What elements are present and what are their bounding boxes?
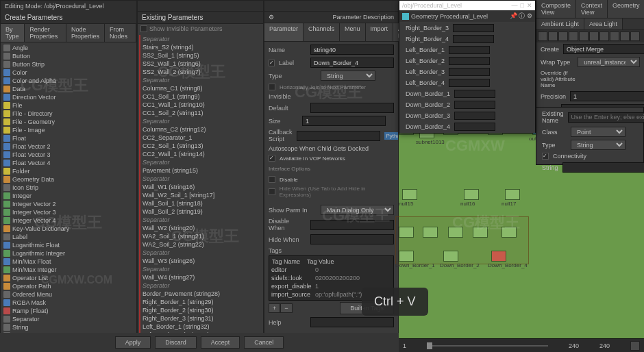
float-controls[interactable]: —□✕ xyxy=(512,2,532,9)
existing-item[interactable]: Wall_W2_Soil_1 [string17] xyxy=(139,191,262,199)
existing-item[interactable]: Separator xyxy=(139,175,262,183)
class-select[interactable]: Point xyxy=(571,127,626,137)
type-item[interactable]: RGBA Mask xyxy=(2,299,135,307)
type-item[interactable]: Separator xyxy=(2,315,135,323)
discard-button[interactable]: Discard xyxy=(155,336,197,349)
existing-item[interactable]: Separator xyxy=(139,35,262,43)
show-invisible-checkbox[interactable] xyxy=(140,25,147,32)
type-item[interactable]: Label xyxy=(2,233,135,241)
existing-item[interactable]: SS2_Wall_2 (string7) xyxy=(139,68,262,76)
right-tab[interactable]: Composite View xyxy=(536,0,576,18)
create-tab[interactable]: Node Properties xyxy=(66,24,105,42)
name-input[interactable] xyxy=(310,45,394,55)
type-item[interactable]: Direction Vector xyxy=(2,93,135,101)
graph-node[interactable] xyxy=(448,227,463,238)
existing-item[interactable]: Separator xyxy=(139,265,262,273)
existing-item[interactable]: Right_Border_3 (string31) xyxy=(139,314,262,323)
show-parm-select[interactable]: Main Dialog Only xyxy=(321,205,394,215)
type-item[interactable]: Color and Alpha xyxy=(2,77,135,85)
label-checkbox[interactable] xyxy=(269,60,275,66)
existing-item[interactable]: Stairs_S2 (string4) xyxy=(139,43,262,51)
horiz-join-checkbox[interactable] xyxy=(269,84,275,90)
play-icon[interactable] xyxy=(630,341,640,351)
callback-input[interactable] xyxy=(297,131,380,141)
existing-item[interactable]: CC2_Soil_1 (string13) xyxy=(139,142,262,150)
type-item[interactable]: Integer xyxy=(2,192,135,200)
existing-item[interactable]: Wall_W2 (string20) xyxy=(139,224,262,232)
float-item[interactable]: Left_Border_2 xyxy=(400,55,534,66)
existing-item[interactable]: Wall_Soil_2 (string19) xyxy=(139,208,262,216)
cancel-button[interactable]: Cancel xyxy=(244,336,284,349)
type-item[interactable]: Ordered Menu xyxy=(2,290,135,299)
type-select[interactable]: String xyxy=(321,71,375,81)
existing-item[interactable]: Separator xyxy=(139,281,262,290)
type-item[interactable]: Float Vector 3 xyxy=(2,151,135,159)
desc-tab[interactable]: Menu xyxy=(340,23,366,41)
mini-toolbar[interactable] xyxy=(536,30,644,42)
conn-checkbox[interactable] xyxy=(542,153,549,160)
existing-item[interactable]: Separator xyxy=(139,249,262,257)
type-item[interactable]: File - Image xyxy=(2,126,135,134)
existing-item[interactable]: Pavement (string15) xyxy=(139,166,262,175)
type-item[interactable]: File - Directory xyxy=(2,110,135,118)
create-tab[interactable]: Render Properties xyxy=(25,24,66,42)
float-item[interactable]: Down_Border_4 xyxy=(400,121,534,132)
existing-item[interactable]: Wall_W1 (string16) xyxy=(139,183,262,191)
label-input[interactable] xyxy=(310,58,394,68)
existing-item[interactable]: Wall_Soil_1 (string18) xyxy=(139,199,262,208)
graph-node[interactable] xyxy=(505,189,520,200)
existing-item[interactable]: Columns_C2 (string12) xyxy=(139,125,262,134)
string-input[interactable] xyxy=(562,162,644,173)
type-item[interactable]: Button Strip xyxy=(2,60,135,68)
type-item[interactable]: String xyxy=(2,323,135,331)
existing-item[interactable]: WA2_Soil_2 (string22) xyxy=(139,240,262,249)
float-item[interactable]: Left_Border_3 xyxy=(400,66,534,77)
float-item[interactable]: Down_Border_3 xyxy=(400,110,534,121)
existing-item[interactable]: CC1_Wall_1 (string10) xyxy=(139,101,262,109)
create-input[interactable] xyxy=(563,44,644,54)
existing-item[interactable]: Separator xyxy=(139,76,262,84)
avail-checkbox[interactable] xyxy=(269,155,275,162)
existing-item[interactable]: Wall_W4 (string27) xyxy=(139,273,262,281)
graph-node[interactable] xyxy=(402,189,417,200)
right-subtab[interactable]: Ambient Light xyxy=(536,18,584,29)
type-item[interactable]: Logarithmic Float xyxy=(2,241,135,249)
type-item[interactable]: Angle xyxy=(2,44,135,52)
existing-item[interactable]: Right_Border_1 (string29) xyxy=(139,298,262,306)
accept-button[interactable]: Accept xyxy=(201,336,240,349)
size-input[interactable] xyxy=(302,116,386,126)
type-item[interactable]: Float Vector 2 xyxy=(2,142,135,151)
type-item[interactable]: Integer Vector 4 xyxy=(2,216,135,225)
timeline[interactable]: 1 240 240 xyxy=(399,338,644,352)
type-item[interactable]: Float Vector 4 xyxy=(2,159,135,167)
help-input[interactable] xyxy=(310,317,394,327)
float-item[interactable]: Left_Border_4 xyxy=(400,77,534,88)
existing-item[interactable]: Separator xyxy=(139,158,262,166)
type-item[interactable]: Logarithmic Integer xyxy=(2,249,135,257)
existing-item[interactable]: SS2_Soil_1 (string5) xyxy=(139,51,262,60)
existing-item[interactable]: Left_Border_1 (string32) xyxy=(139,323,262,331)
type-item[interactable]: Button xyxy=(2,52,135,60)
type-item[interactable]: Integer Vector 3 xyxy=(2,208,135,216)
create-tab[interactable]: From Nodes xyxy=(105,24,136,42)
desc-tab[interactable]: Parameter xyxy=(264,23,304,41)
apply-button[interactable]: Apply xyxy=(115,336,151,349)
float-item[interactable]: Left_Border_1 xyxy=(400,45,534,55)
existing-item[interactable]: CC2_Wall_1 (string14) xyxy=(139,150,262,158)
type-item[interactable]: Float xyxy=(2,134,135,142)
graph-node[interactable] xyxy=(473,227,488,238)
existing-item[interactable]: Wall_W3 (string26) xyxy=(139,257,262,265)
existing-item[interactable]: Separator xyxy=(139,117,262,125)
graph-node[interactable] xyxy=(399,251,414,262)
desc-tab[interactable]: Import xyxy=(366,23,394,41)
float-item[interactable]: Right_Border_3 xyxy=(400,23,534,34)
float-window[interactable]: /obj/Procedural_Level—□✕ Geometry Proced… xyxy=(399,0,536,134)
type-item[interactable]: Operator List xyxy=(2,274,135,282)
graph-node[interactable] xyxy=(443,251,458,262)
type-item[interactable]: File xyxy=(2,101,135,110)
existing-item[interactable]: Right_Border_2 (string30) xyxy=(139,306,262,314)
create-tree[interactable]: AngleButtonButton StripColorColor and Al… xyxy=(1,42,136,342)
existing-item[interactable]: Separator xyxy=(139,216,262,224)
tag-del-button[interactable]: − xyxy=(280,303,292,313)
right-tab[interactable]: Context View xyxy=(576,0,608,18)
